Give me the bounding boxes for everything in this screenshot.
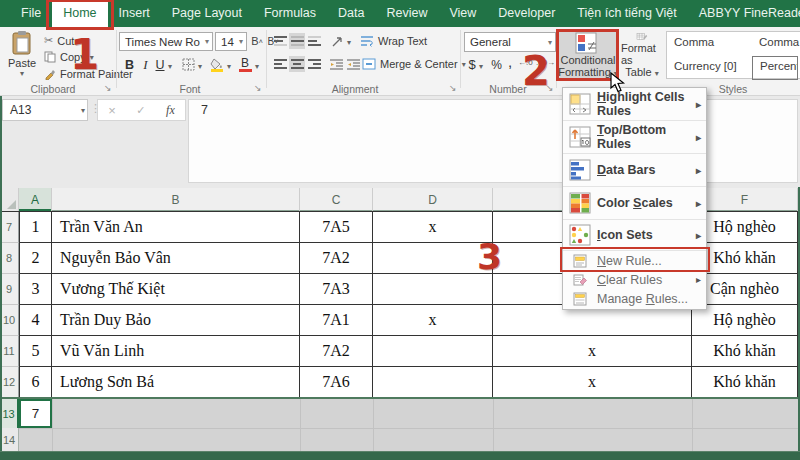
cell-B7[interactable]: Trần Văn An bbox=[52, 212, 300, 243]
font-size-combobox[interactable]: 14 ▾ bbox=[215, 32, 247, 51]
orientation-button[interactable] bbox=[328, 33, 346, 49]
column-header-f[interactable]: F bbox=[692, 188, 798, 211]
menu-item-clear-rules[interactable]: Clear Rules ▸ bbox=[563, 270, 706, 289]
fill-color-chevron-icon[interactable]: ▾ bbox=[227, 62, 231, 71]
row-header-9[interactable]: 9 bbox=[0, 274, 19, 305]
cell-A7[interactable]: 1 bbox=[19, 212, 52, 243]
column-header-b[interactable]: B bbox=[52, 188, 300, 211]
cell-C10[interactable]: 7A1 bbox=[300, 305, 373, 336]
column-header-c[interactable]: C bbox=[300, 188, 373, 211]
tab-insert[interactable]: Insert bbox=[108, 0, 161, 27]
enter-button[interactable]: ✓ bbox=[136, 104, 145, 117]
font-family-combobox[interactable]: Times New Ro ▾ bbox=[119, 32, 213, 51]
cell-D12[interactable] bbox=[373, 367, 493, 398]
tab-page-layout[interactable]: Page Layout bbox=[161, 0, 253, 27]
cell-B11[interactable]: Vũ Văn Linh bbox=[52, 336, 300, 367]
font-color-button[interactable]: B bbox=[237, 55, 253, 73]
align-left-button[interactable] bbox=[272, 56, 288, 72]
accounting-format-button[interactable]: $ bbox=[465, 56, 479, 73]
column-header-d[interactable]: D bbox=[373, 188, 493, 211]
format-as-table-button[interactable]: Format as Table ▾ bbox=[621, 30, 663, 80]
cell-B12[interactable]: Lương Sơn Bá bbox=[52, 367, 300, 398]
italic-button[interactable]: I bbox=[139, 56, 152, 73]
cell-C12[interactable]: 7A6 bbox=[300, 367, 373, 398]
align-right-button[interactable] bbox=[306, 56, 322, 72]
wrap-text-button[interactable]: Wrap Text bbox=[360, 35, 427, 47]
cell-A9[interactable]: 3 bbox=[19, 274, 52, 305]
alignment-dialog-launcher[interactable]: ↘ bbox=[449, 83, 457, 93]
cell-F12[interactable]: Khó khăn bbox=[692, 367, 798, 398]
cell-F11[interactable]: Khó khăn bbox=[692, 336, 798, 367]
cell-C8[interactable]: 7A2 bbox=[300, 243, 373, 274]
menu-item-data-bars[interactable]: Data Bars ▸ bbox=[563, 154, 706, 187]
cell-F9[interactable]: Cận nghèo bbox=[692, 274, 798, 305]
align-center-button[interactable] bbox=[289, 56, 305, 72]
borders-chevron-icon[interactable]: ▾ bbox=[198, 62, 202, 71]
cell-D8[interactable] bbox=[373, 243, 493, 274]
menu-item-color-scales[interactable]: Color Scales ▸ bbox=[563, 187, 706, 220]
borders-button[interactable] bbox=[180, 56, 197, 73]
tab-developer[interactable]: Developer bbox=[487, 0, 566, 27]
row-header-10[interactable]: 10 bbox=[0, 305, 19, 336]
style-comma[interactable]: Comma bbox=[667, 32, 751, 56]
underline-button[interactable]: U bbox=[153, 56, 167, 73]
cell-D10[interactable]: x bbox=[373, 305, 493, 336]
clipboard-dialog-launcher[interactable]: ↘ bbox=[104, 83, 112, 93]
underline-chevron-icon[interactable]: ▾ bbox=[168, 62, 172, 71]
cell-B8[interactable]: Nguyễn Bảo Vân bbox=[52, 243, 300, 274]
row-header-8[interactable]: 8 bbox=[0, 243, 19, 274]
style-comma-0[interactable]: Comma [0] bbox=[752, 32, 800, 56]
cell-B10[interactable]: Trần Duy Bảo bbox=[52, 305, 300, 336]
cell-E11[interactable]: x bbox=[493, 336, 692, 367]
decrease-indent-button[interactable] bbox=[328, 56, 344, 72]
align-middle-button[interactable] bbox=[289, 33, 305, 49]
bold-button[interactable]: B bbox=[122, 56, 137, 73]
merge-center-button[interactable]: Merge & Center ▾ bbox=[362, 58, 466, 70]
cell-A12[interactable]: 6 bbox=[19, 367, 52, 398]
percent-style-button[interactable]: % bbox=[489, 56, 504, 73]
row-header-11[interactable]: 11 bbox=[0, 336, 19, 367]
select-all-corner[interactable] bbox=[0, 188, 19, 211]
tab-data[interactable]: Data bbox=[327, 0, 375, 27]
cancel-button[interactable]: × bbox=[108, 103, 116, 118]
name-box[interactable]: A13 ▾ bbox=[2, 99, 88, 121]
cell-A10[interactable]: 4 bbox=[19, 305, 52, 336]
comma-style-button[interactable]: , bbox=[505, 53, 515, 70]
grow-font-button[interactable]: B˄ bbox=[249, 33, 265, 49]
cell-D11[interactable] bbox=[373, 336, 493, 367]
menu-item-highlight-cells-rules[interactable]: Highlight Cells Rules ▸ bbox=[563, 88, 706, 121]
tab-formulas[interactable]: Formulas bbox=[253, 0, 327, 27]
align-top-button[interactable] bbox=[272, 33, 288, 49]
cell-C7[interactable]: 7A5 bbox=[300, 212, 373, 243]
cell-A8[interactable]: 2 bbox=[19, 243, 52, 274]
style-currency-0[interactable]: Currency [0] bbox=[667, 56, 751, 80]
cell-A11[interactable]: 5 bbox=[19, 336, 52, 367]
orientation-chevron-icon[interactable]: ▾ bbox=[347, 38, 351, 47]
style-percent[interactable]: Percent bbox=[752, 56, 798, 80]
row-header-12[interactable]: 12 bbox=[0, 367, 19, 398]
insert-function-button[interactable]: fx bbox=[166, 103, 175, 118]
cell-C11[interactable]: 7A2 bbox=[300, 336, 373, 367]
cell-D7[interactable]: x bbox=[373, 212, 493, 243]
increase-indent-button[interactable] bbox=[345, 56, 361, 72]
fill-color-button[interactable] bbox=[209, 56, 226, 73]
cell-D9[interactable] bbox=[373, 274, 493, 305]
align-bottom-button[interactable] bbox=[306, 33, 322, 49]
paste-button[interactable]: Paste ▾ bbox=[4, 31, 40, 81]
row-header-14[interactable]: 14 bbox=[0, 428, 19, 451]
menu-item-top-bottom-rules[interactable]: Top/Bottom Rules ▸ bbox=[563, 121, 706, 154]
tab-vietnamese-utilities[interactable]: Tiện ích tiếng Việt bbox=[566, 0, 687, 27]
row-header-13[interactable]: 13 bbox=[0, 399, 19, 428]
cell-F10[interactable]: Hộ nghèo bbox=[692, 305, 798, 336]
cell-B9[interactable]: Vương Thế Kiệt bbox=[52, 274, 300, 305]
tab-abbyy-finereader[interactable]: ABBYY FineReader 12 bbox=[688, 0, 800, 27]
accounting-chevron-icon[interactable]: ▾ bbox=[479, 62, 483, 71]
cell-E12[interactable]: x bbox=[493, 367, 692, 398]
font-dialog-launcher[interactable]: ↘ bbox=[254, 83, 262, 93]
tab-home[interactable]: Home bbox=[52, 0, 107, 27]
row-header-7[interactable]: 7 bbox=[0, 212, 19, 243]
cell-C9[interactable]: 7A3 bbox=[300, 274, 373, 305]
menu-item-manage-rules[interactable]: Manage Rules... bbox=[563, 289, 706, 309]
cell-F7[interactable]: Hộ nghèo bbox=[692, 212, 798, 243]
font-color-chevron-icon[interactable]: ▾ bbox=[255, 62, 259, 71]
